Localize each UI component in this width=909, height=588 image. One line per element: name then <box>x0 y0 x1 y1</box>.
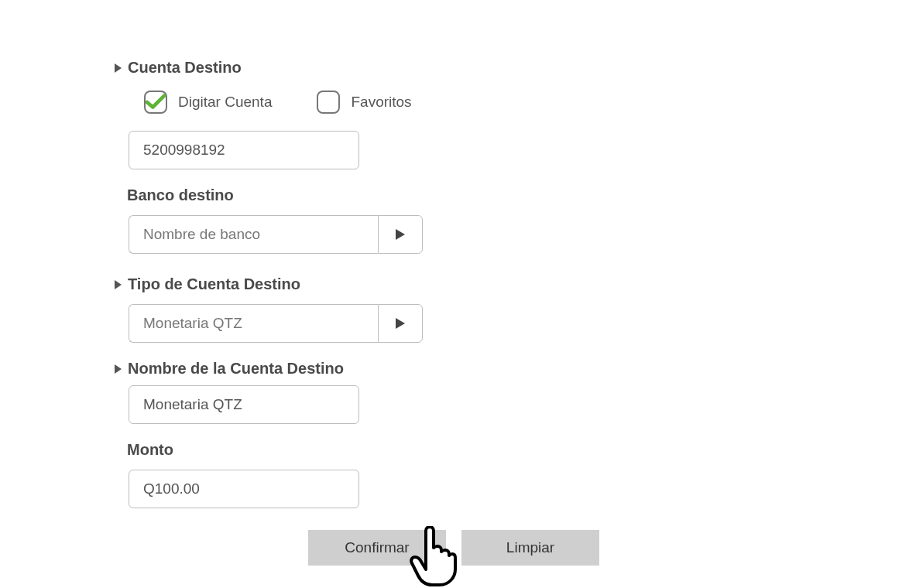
transfer-form: Cuenta Destino Digitar Cuenta Favoritos … <box>115 59 610 566</box>
monto-input[interactable]: Q100.00 <box>129 470 359 508</box>
banco-destino-dropdown-button[interactable] <box>378 215 423 254</box>
digitar-cuenta-label: Digitar Cuenta <box>178 94 272 111</box>
confirmar-button[interactable]: Confirmar <box>308 530 446 566</box>
digitar-cuenta-option[interactable]: Digitar Cuenta <box>144 91 272 114</box>
favoritos-option[interactable]: Favoritos <box>317 91 411 114</box>
section-nombre-cuenta: Nombre de la Cuenta Destino <box>115 360 610 378</box>
caret-right-icon <box>396 229 405 240</box>
caret-right-icon <box>115 360 122 378</box>
caret-right-icon <box>115 275 122 293</box>
caret-right-icon <box>396 318 405 329</box>
monto-label: Monto <box>127 441 610 459</box>
section-cuenta-destino-label: Cuenta Destino <box>128 59 242 77</box>
nombre-cuenta-value: Monetaria QTZ <box>143 396 242 413</box>
section-cuenta-destino: Cuenta Destino <box>115 59 610 77</box>
check-icon <box>146 94 166 111</box>
tipo-cuenta-select[interactable]: Monetaria QTZ <box>129 304 423 343</box>
caret-right-icon <box>115 59 122 77</box>
svg-marker-3 <box>396 318 405 329</box>
favoritos-label: Favoritos <box>351 94 411 111</box>
monto-value: Q100.00 <box>143 480 200 497</box>
tipo-cuenta-dropdown-button[interactable] <box>378 304 423 343</box>
account-number-value: 5200998192 <box>143 142 225 159</box>
svg-marker-1 <box>396 229 405 240</box>
svg-marker-0 <box>115 63 122 73</box>
limpiar-button[interactable]: Limpiar <box>461 530 599 566</box>
tipo-cuenta-value[interactable]: Monetaria QTZ <box>129 304 378 343</box>
banco-destino-value[interactable]: Nombre de banco <box>129 215 378 254</box>
account-input-mode-row: Digitar Cuenta Favoritos <box>144 91 610 114</box>
section-nombre-cuenta-label: Nombre de la Cuenta Destino <box>128 360 344 378</box>
nombre-cuenta-input[interactable]: Monetaria QTZ <box>129 385 359 424</box>
svg-marker-4 <box>115 364 122 374</box>
digitar-cuenta-checkbox[interactable] <box>144 91 167 114</box>
action-buttons-row: Confirmar Limpiar <box>308 530 610 566</box>
svg-marker-2 <box>115 280 122 289</box>
account-number-input[interactable]: 5200998192 <box>129 131 359 169</box>
section-tipo-cuenta-label: Tipo de Cuenta Destino <box>128 275 300 293</box>
section-tipo-cuenta: Tipo de Cuenta Destino <box>115 275 610 293</box>
banco-destino-label: Banco destino <box>127 186 610 204</box>
favoritos-checkbox[interactable] <box>317 91 340 114</box>
banco-destino-select[interactable]: Nombre de banco <box>129 215 423 254</box>
